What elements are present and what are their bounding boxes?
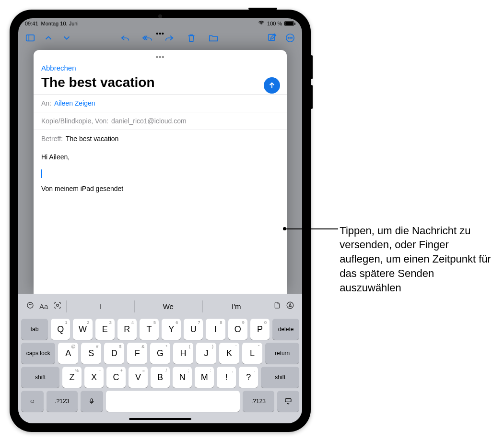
body-greeting: Hi Aileen,	[41, 153, 279, 161]
key-w[interactable]: W2	[73, 319, 92, 340]
suggestion-3[interactable]: I'm	[202, 300, 270, 312]
key-r[interactable]: R4	[117, 319, 137, 340]
key-v[interactable]: V=	[129, 367, 148, 388]
key-n[interactable]: N;	[173, 367, 192, 388]
compose-icon[interactable]	[265, 31, 279, 45]
volume-buttons	[311, 55, 313, 115]
key-?[interactable]: ?.	[239, 367, 258, 388]
onscreen-keyboard[interactable]: Aa I We I'm	[18, 294, 302, 415]
front-camera	[158, 14, 162, 18]
key-s[interactable]: S#	[81, 343, 101, 364]
key-g[interactable]: G*	[150, 343, 170, 364]
emoji-key[interactable]: ☺	[21, 391, 44, 412]
delete-key[interactable]: delete	[272, 319, 299, 340]
suggestion-bar: Aa I We I'm	[21, 297, 299, 316]
text-format-icon[interactable]: Aa	[39, 302, 48, 311]
key-b[interactable]: B/	[151, 367, 170, 388]
key-l[interactable]: L"	[242, 343, 262, 364]
move-folder-icon[interactable]	[206, 31, 221, 45]
subject-field[interactable]: Betreff: The best vacation	[34, 130, 287, 147]
prev-message-icon[interactable]	[41, 31, 56, 45]
key-t[interactable]: T5	[140, 319, 159, 340]
cc-bcc-from-field[interactable]: Kopie/Blindkopie, Von: daniel_rico1@iclo…	[34, 112, 287, 130]
key-m[interactable]: M:	[195, 367, 214, 388]
reply-icon[interactable]	[118, 31, 132, 45]
key-o[interactable]: O9	[228, 319, 247, 340]
svg-point-5	[290, 37, 291, 38]
more-icon[interactable]	[283, 31, 297, 45]
send-button[interactable]	[264, 77, 280, 94]
key-d[interactable]: D$	[104, 343, 124, 364]
spacebar-key[interactable]	[106, 391, 240, 412]
suggestion-1[interactable]: I	[66, 300, 133, 312]
svg-point-6	[292, 37, 293, 38]
key-u[interactable]: U7	[184, 319, 203, 340]
shift-key-right[interactable]: shift	[261, 367, 299, 388]
power-button	[248, 8, 277, 10]
key-q[interactable]: Q1	[51, 319, 70, 340]
key-h[interactable]: H(	[173, 343, 193, 364]
key-k[interactable]: K'	[219, 343, 239, 364]
shift-key-left[interactable]: shift	[21, 367, 59, 388]
key-y[interactable]: Y6	[162, 319, 181, 340]
to-field[interactable]: An: Aileen Zeigen	[34, 94, 287, 112]
key-![interactable]: !,	[217, 367, 236, 388]
key-f[interactable]: F&	[127, 343, 147, 364]
battery-icon	[284, 21, 295, 26]
ipad-device-frame: 09:41 Montag 10. Juni 100 % •••	[10, 10, 311, 432]
status-bar: 09:41 Montag 10. Juni 100 %	[18, 18, 302, 29]
key-z[interactable]: Z%	[62, 367, 82, 388]
key-e[interactable]: E3	[95, 319, 115, 340]
tab-key[interactable]: tab	[21, 319, 48, 340]
key-p[interactable]: P0	[250, 319, 270, 340]
callout-annotation: Tippen, um die Nachricht zu versenden, o…	[340, 224, 494, 295]
cc-label: Kopie/Blindkopie, Von:	[41, 117, 108, 125]
key-x[interactable]: X-	[84, 367, 104, 388]
return-key[interactable]: return	[265, 343, 299, 364]
svg-rect-11	[91, 399, 93, 402]
svg-point-4	[288, 37, 289, 38]
svg-rect-12	[285, 399, 291, 402]
battery-percentage: 100 %	[267, 21, 282, 26]
cc-value: daniel_rico1@icloud.com	[111, 117, 187, 125]
key-a[interactable]: A@	[58, 343, 78, 364]
key-j[interactable]: J)	[196, 343, 216, 364]
numsym-key-left[interactable]: .?123	[47, 391, 78, 412]
document-attach-icon[interactable]	[273, 301, 281, 311]
hide-keyboard-key[interactable]	[277, 391, 300, 412]
svg-rect-0	[26, 35, 35, 41]
multitask-indicator-icon[interactable]: •••	[156, 30, 164, 37]
to-label: An:	[41, 99, 51, 107]
next-message-icon[interactable]	[59, 31, 74, 45]
numsym-key-right[interactable]: .?123	[243, 391, 274, 412]
dictation-key[interactable]	[81, 391, 103, 412]
text-cursor	[41, 169, 42, 178]
status-date: Montag 10. Juni	[41, 21, 79, 26]
sheet-grabber-icon[interactable]: •••	[34, 50, 287, 62]
cancel-button[interactable]: Abbrechen	[41, 64, 279, 72]
status-time: 09:41	[25, 21, 38, 26]
key-c[interactable]: C+	[106, 367, 126, 388]
wifi-icon	[258, 20, 265, 27]
camera-scan-icon[interactable]	[53, 301, 62, 311]
subject-label: Betreff:	[41, 135, 63, 143]
suggestion-2[interactable]: We	[134, 300, 201, 312]
to-value[interactable]: Aileen Zeigen	[54, 99, 95, 107]
subject-value: The best vacation	[66, 135, 119, 143]
callout-text: Tippen, um die Nachricht zu versenden, o…	[340, 225, 491, 294]
key-i[interactable]: I8	[206, 319, 225, 340]
svg-point-9	[57, 304, 59, 307]
trash-icon[interactable]	[184, 31, 199, 45]
caps-lock-key[interactable]: caps lock	[21, 343, 55, 364]
home-indicator[interactable]	[18, 415, 302, 423]
sidebar-toggle-icon[interactable]	[23, 31, 37, 45]
compose-subject-title: The best vacation	[41, 75, 279, 90]
svg-point-8	[27, 302, 33, 308]
keyboard-settings-icon[interactable]	[26, 301, 35, 311]
markup-icon[interactable]	[286, 301, 294, 311]
body-textarea[interactable]: Hi Aileen, Von meinem iPad gesendet	[34, 147, 287, 294]
compose-sheet: ••• Abbrechen The best vacation An: Aile…	[34, 50, 287, 294]
reply-all-icon[interactable]	[140, 31, 154, 45]
signature: Von meinem iPad gesendet	[41, 185, 279, 192]
